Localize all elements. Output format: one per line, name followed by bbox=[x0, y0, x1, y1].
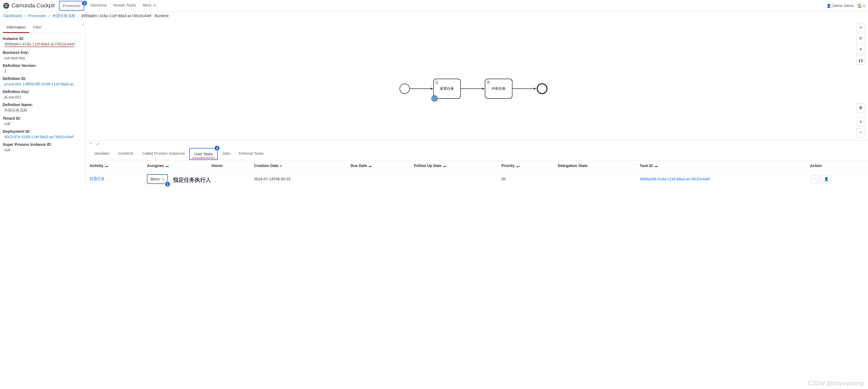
breadcrumb-dashboard[interactable]: Dashboard bbox=[3, 13, 22, 18]
main: ‹ Information Filter Instance ID: 4999a6… bbox=[0, 21, 868, 187]
cell-creation-date: 2024-07-14T06:50:23 bbox=[250, 171, 347, 187]
close-button[interactable] bbox=[856, 23, 865, 32]
callout-3: 3 bbox=[164, 181, 170, 187]
svg-marker-5 bbox=[482, 88, 485, 90]
collapse-sidebar-icon[interactable]: ‹ bbox=[83, 22, 84, 27]
close-icon bbox=[859, 25, 862, 31]
sidebar: ‹ Information Filter Instance ID: 4999a6… bbox=[0, 21, 86, 187]
start-event[interactable] bbox=[400, 84, 409, 93]
user-icon bbox=[824, 177, 829, 181]
action-grid-button[interactable] bbox=[811, 175, 820, 183]
business-key-value: out-task-key bbox=[3, 56, 83, 60]
cell-follow-up bbox=[410, 171, 498, 187]
annotation-text: 指定任务执行人 bbox=[173, 176, 211, 184]
tab-information[interactable]: Information bbox=[3, 22, 29, 33]
bottom-toolbar bbox=[86, 140, 868, 148]
header-right: Demo Demo ▾ bbox=[827, 3, 865, 8]
nav-human-tasks[interactable]: Human Tasks bbox=[110, 1, 140, 10]
svg-marker-9 bbox=[534, 88, 536, 90]
business-key-label: Business Key: bbox=[3, 50, 83, 55]
app-header: C Camunda Cockpit Processes 1 Decisions … bbox=[0, 0, 868, 11]
zoom-out-button[interactable] bbox=[856, 128, 865, 137]
nav-more[interactable]: More ▼ bbox=[140, 1, 159, 10]
app-logo: C bbox=[3, 3, 9, 9]
nav-processes[interactable]: Processes 1 bbox=[59, 1, 84, 10]
cell-activity[interactable]: 前置任务 bbox=[90, 176, 105, 181]
tenant-id-value: null bbox=[3, 121, 83, 126]
callout-1: 1 bbox=[82, 0, 88, 6]
cell-priority: 50 bbox=[498, 171, 554, 187]
end-event[interactable] bbox=[537, 84, 547, 93]
user-icon bbox=[827, 3, 831, 8]
tab-user-tasks[interactable]: User Tasks 2 bbox=[189, 148, 218, 160]
def-id-value[interactable]: pi-out-001:1:8f5923f0-4169-11ef-9da3-ac.… bbox=[4, 82, 77, 86]
collapse-panel-button[interactable] bbox=[90, 142, 93, 146]
def-key-label: Definition Key: bbox=[3, 89, 83, 94]
action-user-button[interactable] bbox=[822, 175, 831, 183]
user-tasks-table: Activity ▬ Assignee ▬ Owner Creation Dat… bbox=[86, 160, 868, 187]
super-instance-label: Super Process Instance ID: bbox=[3, 142, 83, 147]
instance-id-label: Instance ID: bbox=[3, 36, 83, 41]
cell-assignee-wrapper[interactable]: demo ✎ 3 bbox=[147, 174, 168, 184]
nav-more-label: More bbox=[143, 3, 152, 7]
reset-view-button[interactable] bbox=[856, 103, 865, 112]
chevron-up-icon bbox=[90, 142, 93, 146]
breadcrumb-process-name[interactable]: 外部任务流程 bbox=[53, 13, 75, 18]
col-creation-date[interactable]: Creation Date ▾ bbox=[250, 160, 347, 171]
nav-decisions[interactable]: Decisions bbox=[87, 1, 110, 10]
instance-id-value: 4999a6e1-416a-11ef-9da3-ac74b10c44ef bbox=[4, 42, 74, 47]
col-follow-up[interactable]: Follow Up Date ▬ bbox=[410, 160, 498, 171]
def-version-value: 1 bbox=[3, 69, 83, 73]
col-delegation[interactable]: Delegation State bbox=[554, 160, 636, 171]
col-priority[interactable]: Priority ▬ bbox=[498, 160, 554, 171]
chevron-down-icon: ▼ bbox=[153, 4, 156, 7]
cell-task-id[interactable]: 499ba2b6-416a-11ef-9da3-ac74b10c44ef bbox=[640, 177, 710, 181]
app-title: Camunda Cockpit bbox=[11, 2, 55, 9]
zoom-out-icon bbox=[859, 130, 862, 136]
tab-incidents[interactable]: Incidents bbox=[114, 148, 138, 160]
breadcrumb: Dashboard » Processes » 外部任务流程 ： 4999a6e… bbox=[0, 11, 868, 21]
edit-icon[interactable]: ✎ bbox=[162, 177, 164, 181]
breadcrumb-processes[interactable]: Processes bbox=[28, 13, 46, 18]
bottom-tabs: Variables Incidents Called Process Insta… bbox=[86, 148, 868, 160]
home-button[interactable]: ▾ bbox=[857, 3, 865, 8]
col-task-id[interactable]: Task ID ▬ bbox=[636, 160, 806, 171]
tab-external-tasks[interactable]: External Tasks bbox=[235, 148, 268, 160]
col-owner[interactable]: Owner bbox=[208, 160, 250, 171]
def-name-value: 外部任务流程 bbox=[3, 108, 83, 113]
task-1-label: 前置任务 bbox=[440, 86, 454, 90]
plus-icon bbox=[859, 47, 862, 52]
cell-assignee: demo bbox=[150, 177, 160, 181]
tab-filter[interactable]: Filter bbox=[29, 22, 45, 33]
add-button[interactable] bbox=[856, 45, 865, 54]
def-id-label: Definition ID: bbox=[3, 77, 83, 81]
def-version-label: Definition Version: bbox=[3, 63, 83, 68]
pause-icon bbox=[858, 57, 863, 63]
maximize-panel-button[interactable] bbox=[96, 142, 99, 146]
tenant-id-label: Tenant ID: bbox=[3, 116, 83, 120]
suspend-button[interactable] bbox=[856, 55, 865, 65]
user-menu[interactable]: Demo Demo bbox=[827, 3, 854, 8]
tab-jobs[interactable]: Jobs bbox=[218, 148, 235, 160]
tab-called-instances[interactable]: Called Process Instances bbox=[138, 148, 189, 160]
col-assignee[interactable]: Assignee ▬ bbox=[143, 160, 208, 171]
bpmn-diagram[interactable]: 前置任务 1 外部任务 bbox=[86, 21, 868, 140]
col-activity[interactable]: Activity ▬ bbox=[86, 160, 143, 171]
diagram-toolbar-top bbox=[856, 23, 865, 65]
cell-delegation bbox=[554, 171, 636, 187]
deployment-id-label: Deployment ID: bbox=[3, 129, 83, 134]
home-icon bbox=[857, 3, 862, 8]
deployment-id-value[interactable]: 8f42197e-4169-11ef-9da3-ac74b10c44ef bbox=[4, 135, 73, 139]
table-row: 前置任务 demo ✎ 3 指定任务执行人 2024-07-14T06:50:2… bbox=[86, 171, 868, 187]
move-icon bbox=[859, 105, 863, 111]
def-key-value: pi-out-001 bbox=[3, 95, 83, 99]
sidebar-tabs: Information Filter bbox=[3, 22, 83, 33]
cell-due-date bbox=[347, 171, 410, 187]
tab-variables[interactable]: Variables bbox=[90, 148, 114, 160]
svg-marker-1 bbox=[431, 88, 433, 90]
zoom-in-button[interactable] bbox=[856, 117, 865, 127]
refresh-button[interactable] bbox=[856, 34, 865, 43]
col-due-date[interactable]: Due Date ▬ bbox=[347, 160, 410, 171]
refresh-icon bbox=[859, 36, 863, 41]
svg-text:1: 1 bbox=[434, 96, 436, 101]
